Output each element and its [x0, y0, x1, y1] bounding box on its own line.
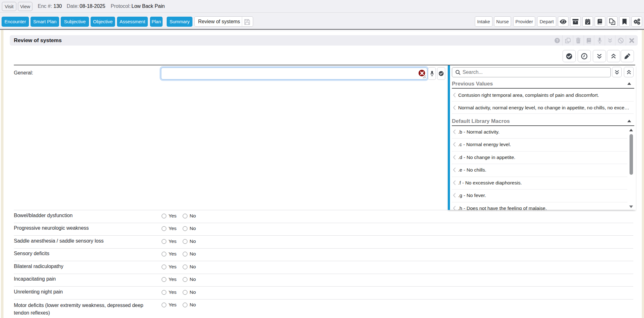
svg-text:?: ?: [556, 38, 558, 43]
